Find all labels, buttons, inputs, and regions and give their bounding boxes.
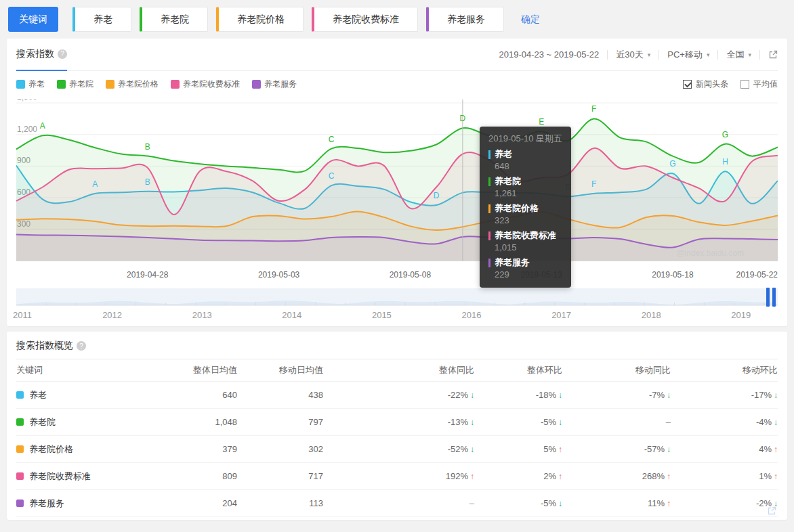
legend-swatch xyxy=(171,80,180,89)
keyword-button[interactable]: 关键词 xyxy=(8,7,58,32)
table-header-cell: 移动日均值 xyxy=(237,364,323,376)
pct-value: -52% xyxy=(448,444,468,454)
keyword-tag[interactable]: 养老院价格 xyxy=(216,7,304,32)
tooltip-item-name: 养老服务 xyxy=(488,257,562,269)
legend-swatch xyxy=(57,80,66,89)
chart-controls: 2019-04-23 ~ 2019-05-22 近30天 ▾ PC+移动 ▾ 全… xyxy=(499,49,778,61)
range-select-label: 近30天 xyxy=(616,49,643,61)
pct-value: -5% xyxy=(541,417,556,427)
pct-value: -13% xyxy=(448,417,468,427)
x-axis-label: 2019-05-18 xyxy=(652,270,693,280)
table-header-cell: 移动同比 xyxy=(562,364,671,376)
pct-value: -22% xyxy=(448,390,468,400)
avg-checkbox-label: 平均值 xyxy=(753,79,778,90)
news-marker-0: F xyxy=(591,179,596,189)
value-cell: 379 xyxy=(165,444,237,454)
timeline-slider[interactable] xyxy=(16,288,778,306)
legend-label: 养老院收费标准 xyxy=(183,79,240,90)
confirm-link[interactable]: 确定 xyxy=(521,14,540,26)
trend-chart[interactable]: 3006009001,2001,500ABCDEFGHABCDEFG @inde… xyxy=(16,99,778,269)
pct-cell: -7%↓ xyxy=(562,390,671,400)
color-swatch xyxy=(16,500,24,507)
trend-down-arrow-icon: ↓ xyxy=(774,418,778,427)
range-select[interactable]: 近30天 ▾ xyxy=(616,49,650,61)
tooltip-value: 1,261 xyxy=(495,187,562,199)
external-link-icon[interactable] xyxy=(768,50,778,60)
slider-handle-right[interactable] xyxy=(772,288,776,307)
legend-swatch xyxy=(16,80,25,89)
news-checkbox-label: 新闻头条 xyxy=(696,79,728,90)
year-label: 2016 xyxy=(462,310,482,320)
legend-item[interactable]: 养老 xyxy=(16,79,45,90)
keyword-tag[interactable]: 养老院收费标准 xyxy=(312,7,418,32)
legend-item[interactable]: 养老院价格 xyxy=(106,79,159,90)
tooltip-item-name: 养老院 xyxy=(488,175,562,187)
chevron-down-icon: ▾ xyxy=(707,51,710,58)
table-header-cell: 整体日均值 xyxy=(165,364,237,376)
keyword-tag[interactable]: 养老服务 xyxy=(426,7,504,32)
news-marker-1: G xyxy=(722,130,728,139)
keyword-name: 养老院价格 xyxy=(29,443,73,456)
table-header: 关键词整体日均值移动日均值整体同比整体环比移动同比移动环比 xyxy=(16,359,778,382)
no-data-dash: – xyxy=(469,498,474,508)
news-marker-0: H xyxy=(722,157,728,167)
tooltip-item-name: 养老院收费标准 xyxy=(488,229,562,242)
table-header-cell: 整体同比 xyxy=(323,364,474,376)
pct-value: 5% xyxy=(543,444,556,454)
table-header-cell: 整体环比 xyxy=(474,364,562,376)
timeline-minimap xyxy=(16,288,778,306)
overview-title: 搜索指数概览 xyxy=(16,340,73,352)
table-body: 养老640438-22%↓-18%↓-7%↓-17%↓养老院1,048797-1… xyxy=(16,382,778,517)
pct-cell: -13%↓ xyxy=(323,417,474,427)
x-axis-label: 2019-05-22 xyxy=(736,270,778,280)
year-label: 2014 xyxy=(282,310,301,320)
keyword-tag[interactable]: 养老 xyxy=(72,7,131,32)
region-select[interactable]: 全国 ▾ xyxy=(726,49,751,61)
year-label: 2011 xyxy=(13,310,32,320)
chevron-down-icon: ▾ xyxy=(648,51,651,58)
value-cell: 809 xyxy=(165,471,237,481)
tab-search-index[interactable]: 搜索指数 ? xyxy=(16,39,67,71)
year-label: 2013 xyxy=(192,310,212,320)
trend-up-arrow-icon: ↑ xyxy=(774,445,778,454)
pct-cell: 192%↑ xyxy=(323,471,474,481)
table-header-cell: 移动环比 xyxy=(671,364,778,376)
legend-swatch xyxy=(106,80,114,89)
news-marker-0: B xyxy=(145,177,150,187)
keyword-tag[interactable]: 养老院 xyxy=(140,7,208,32)
legend-item[interactable]: 养老院 xyxy=(57,79,93,90)
news-marker-0: D xyxy=(434,191,440,200)
platform-select[interactable]: PC+移动 ▾ xyxy=(667,49,709,61)
checkbox-checked-icon xyxy=(683,80,692,89)
help-icon[interactable]: ? xyxy=(58,49,67,59)
pct-value: -5% xyxy=(541,498,556,508)
keyword-bar: 关键词 养老养老院养老院价格养老院收费标准养老服务 确定 xyxy=(0,0,794,39)
keyword-list: 养老养老院养老院价格养老院收费标准养老服务 xyxy=(72,7,504,32)
date-range[interactable]: 2019-04-23 ~ 2019-05-22 xyxy=(499,49,599,60)
year-label: 2012 xyxy=(102,310,122,320)
pct-cell: -5%↓ xyxy=(474,498,562,508)
keyword-cell: 养老院收费标准 xyxy=(16,470,165,483)
help-icon[interactable]: ? xyxy=(77,341,86,351)
tooltip-color-bar xyxy=(488,204,490,213)
slider-handle-left[interactable] xyxy=(766,288,770,307)
legend-item[interactable]: 养老服务 xyxy=(252,79,297,90)
external-link-icon[interactable] xyxy=(767,506,776,516)
average-checkbox[interactable]: 平均值 xyxy=(740,79,778,90)
value-cell: 717 xyxy=(237,471,323,481)
pct-value: 11% xyxy=(648,498,665,508)
checkbox-group: 新闻头条 平均值 xyxy=(683,79,778,90)
pct-cell: – xyxy=(562,417,671,427)
pct-value: 268% xyxy=(642,471,665,481)
tooltip-item: 养老服务229 xyxy=(488,257,562,280)
year-label: 2017 xyxy=(551,310,571,320)
keyword-cell: 养老服务 xyxy=(16,497,165,510)
value-cell: 113 xyxy=(237,498,323,508)
value-cell: 302 xyxy=(237,444,323,454)
pct-value: -7% xyxy=(649,390,665,400)
legend-item[interactable]: 养老院收费标准 xyxy=(171,79,240,90)
news-headline-checkbox[interactable]: 新闻头条 xyxy=(683,79,728,90)
keyword-cell: 养老院 xyxy=(16,416,165,428)
overview-card: 搜索指数概览 ? 关键词整体日均值移动日均值整体同比整体环比移动同比移动环比 养… xyxy=(7,332,787,520)
pct-cell: -17%↓ xyxy=(671,390,778,400)
